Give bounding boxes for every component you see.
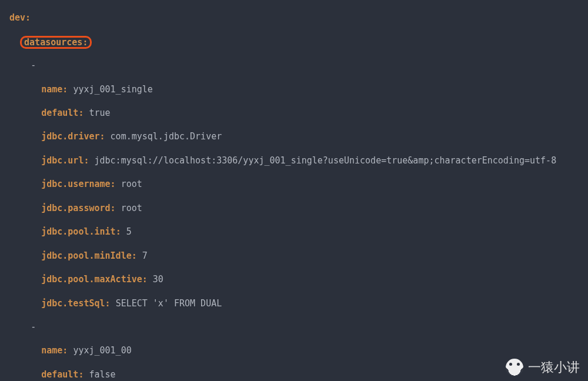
yaml-value: true	[89, 108, 110, 118]
yaml-key: jdbc.pool.init	[41, 226, 115, 237]
code-editor[interactable]: dev: datasources: - name: yyxj_001_singl…	[0, 0, 588, 381]
yaml-value: com.mysql.jdbc.Driver	[111, 131, 222, 142]
yaml-value: false	[89, 369, 115, 380]
yaml-value: SELECT 'x' FROM DUAL	[116, 298, 222, 309]
highlight-datasources: datasources:	[20, 36, 92, 49]
yaml-value: yyxj_001_00	[73, 345, 131, 356]
yaml-value: 7	[142, 250, 148, 261]
yaml-value: jdbc:mysql://localhost:3306/yyxj_001_sin…	[95, 155, 557, 166]
yaml-key: jdbc.username	[41, 179, 110, 189]
watermark: 一猿小讲	[506, 359, 580, 376]
yaml-value: root	[121, 203, 142, 213]
watermark-text: 一猿小讲	[528, 359, 580, 376]
yaml-key: jdbc.driver	[41, 131, 99, 142]
yaml-value: 5	[126, 226, 132, 237]
yaml-value: 30	[153, 274, 163, 285]
yaml-key: jdbc.pool.maxActive	[41, 274, 142, 285]
yaml-key: name	[41, 345, 62, 356]
yaml-key: default	[41, 108, 78, 118]
yaml-value: root	[121, 179, 142, 189]
yaml-key: jdbc.url	[41, 155, 83, 166]
yaml-key: datasources	[24, 37, 82, 48]
yaml-key: jdbc.testSql	[41, 298, 105, 309]
yaml-key: default	[41, 369, 78, 380]
yaml-key: name	[41, 84, 62, 95]
yaml-value: yyxj_001_single	[73, 84, 152, 95]
yaml-key: jdbc.pool.minIdle	[41, 250, 132, 261]
wechat-icon	[506, 359, 523, 376]
yaml-key: jdbc.password	[41, 203, 110, 213]
yaml-key: dev	[9, 12, 25, 23]
